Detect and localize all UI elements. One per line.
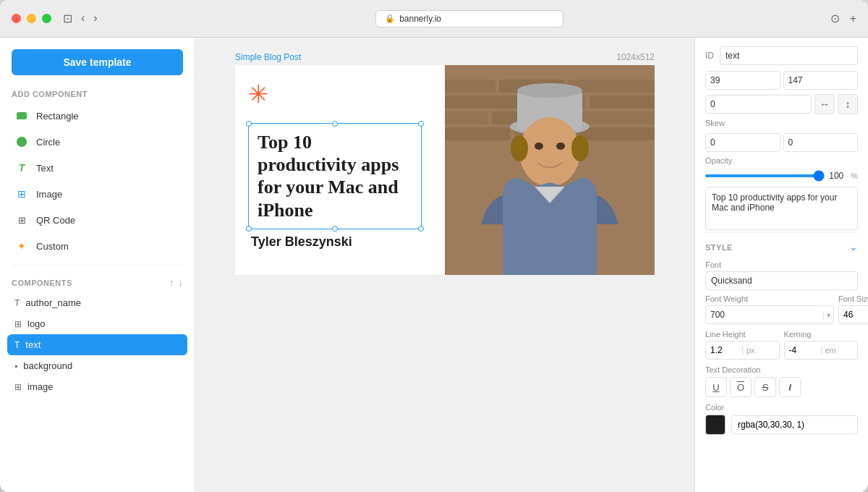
xy-row: X Y [705,71,858,90]
italic-button[interactable]: I [779,377,801,397]
svg-point-17 [511,135,528,161]
font-weight-group: Font Weight ▾ [705,294,834,324]
underline-button[interactable]: U [705,377,727,397]
line-height-group: Line Height px [705,330,780,360]
font-label: Font [705,260,858,269]
font-weight-input[interactable] [706,306,823,323]
color-value-input[interactable] [731,415,858,434]
close-button[interactable] [12,14,21,23]
save-template-button[interactable]: Save template [12,49,183,75]
line-height-input[interactable] [706,342,742,359]
svg-point-18 [571,135,589,161]
line-height-input-group: px [705,341,780,360]
custom-add-icon: ✦ [14,239,29,253]
rotation-input[interactable] [706,96,812,113]
sort-down-icon[interactable]: ↓ [179,277,184,288]
opacity-slider[interactable] [705,174,825,177]
add-circle-item[interactable]: Circle [7,129,187,155]
sort-icons: ↑ ↓ [169,277,183,288]
sidebar-toggle-icon[interactable]: ⊡ [63,12,72,25]
add-text-item[interactable]: T Text [7,155,187,181]
add-rectangle-item[interactable]: Rectangle [7,103,187,129]
add-custom-item[interactable]: ✦ Custom [7,233,187,259]
overline-button[interactable]: O [730,377,752,397]
text-add-icon: T [14,161,29,175]
sort-up-icon[interactable]: ↑ [169,277,174,288]
skew-y-input[interactable] [706,134,780,151]
skew-x-input[interactable] [784,134,859,151]
forward-icon[interactable]: › [93,12,97,25]
component-item-image[interactable]: ⊞ image [7,376,187,397]
canvas-dimensions-label: 1024x512 [616,52,655,62]
author-name-icon: T [14,298,20,308]
image-label: Image [36,189,62,200]
color-swatch[interactable] [705,415,726,435]
text-item-icon: T [14,340,20,350]
traffic-lights [12,14,51,23]
component-list: Rectangle Circle T Text ⊞ Image ⊞ QR Cod… [0,103,195,259]
rectangle-label: Rectangle [36,111,79,122]
svg-rect-1 [445,80,495,93]
style-collapse-icon[interactable]: ⌄ [849,241,858,253]
content-textarea[interactable]: Top 10 productivity apps for your Mac an… [705,187,858,230]
titlebar-center: 🔒 bannerly.io [109,10,830,27]
left-sidebar: Save template ADD COMPONENT Rectangle Ci… [0,38,195,492]
flip-v-btn[interactable]: ↕ [838,94,858,114]
add-qr-item[interactable]: ⊞ QR Code [7,207,187,233]
rotation-input-group: ° [705,95,812,114]
font-weight-select-wrapper: ▾ [705,305,834,324]
add-component-label: ADD COMPONENT [0,84,195,103]
font-input[interactable] [705,271,858,290]
flip-h-btn[interactable]: ↔ [814,94,835,114]
component-item-text[interactable]: T text [7,334,187,355]
kerning-group: Kerning em [784,330,859,360]
handle-tr[interactable] [418,121,424,127]
font-size-input[interactable] [839,306,868,323]
new-tab-icon[interactable]: + [850,12,856,25]
maximize-button[interactable] [42,14,51,23]
handle-tc[interactable] [332,121,338,127]
component-item-logo[interactable]: ⊞ logo [7,313,187,334]
x-input[interactable] [706,72,780,89]
y-input[interactable] [784,72,859,89]
component-item-background[interactable]: ▪ background [7,355,187,376]
address-bar[interactable]: 🔒 bannerly.io [375,10,563,27]
skew-label: Skew [705,119,725,127]
line-height-label: Line Height [705,330,780,339]
svg-rect-6 [590,96,655,109]
rotation-row: ° ↔ ↕ [705,94,858,114]
handle-bl[interactable] [246,226,252,232]
strikethrough-button[interactable]: S [754,377,776,397]
canvas-area: Simple Blog Post 1024x512 [195,38,694,492]
text-selection-box[interactable]: Top 10 productivity apps for your Mac an… [248,123,422,229]
handle-bc[interactable] [332,226,338,232]
id-label: ID [705,51,714,61]
font-weight-chevron[interactable]: ▾ [823,311,833,319]
author-name-label: author_name [25,297,81,308]
canvas-frame[interactable]: ✳ Top 10 productivity apps for your Mac … [235,65,655,275]
back-icon[interactable]: ‹ [81,12,85,25]
custom-label: Custom [36,241,69,252]
app-window: ⊡ ‹ › 🔒 bannerly.io ⊙ + Save template AD… [0,0,868,492]
handle-br[interactable] [418,226,424,232]
lock-icon: 🔒 [385,14,395,23]
handle-tl[interactable] [246,121,252,127]
components-items-list: T author_name ⊞ logo T text ▪ background… [0,292,195,397]
text-label: Text [36,163,54,174]
minimize-button[interactable] [27,14,36,23]
titlebar: ⊡ ‹ › 🔒 bannerly.io ⊙ + [0,0,868,38]
id-input[interactable] [720,46,858,65]
component-item-author-name[interactable]: T author_name [7,292,187,313]
add-image-item[interactable]: ⊞ Image [7,181,187,207]
canvas-blog-label: Simple Blog Post [235,52,301,62]
titlebar-right: ⊙ + [830,12,856,25]
skew-label-row: Skew [705,119,858,127]
text-decoration-label: Text Decoration [705,365,858,374]
qr-label: QR Code [36,215,75,226]
font-size-label: Font Size [838,294,868,303]
kerning-input-group: em [784,341,859,360]
svg-point-15 [517,83,582,98]
url-text: bannerly.io [399,14,441,24]
svg-point-19 [535,143,543,150]
kerning-input[interactable] [785,342,821,359]
